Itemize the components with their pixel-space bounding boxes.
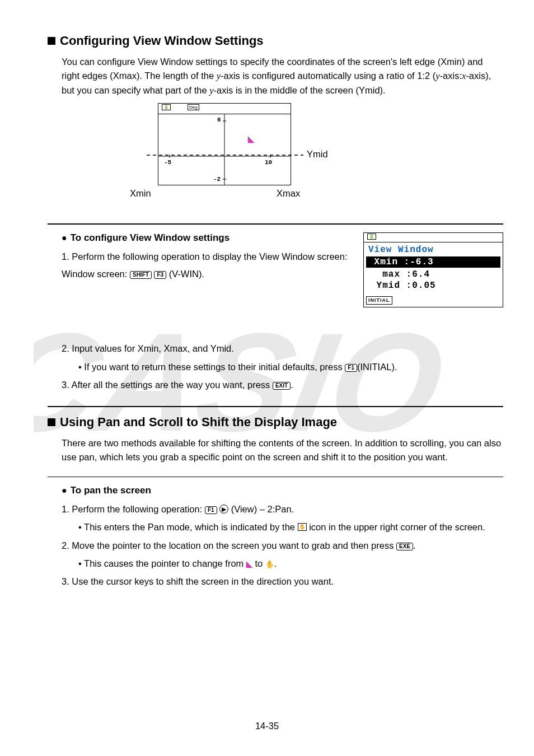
t: (View) – 2:Pan. (231, 504, 294, 514)
pan-mode-icon: ✋ (298, 523, 307, 531)
t: • This causes the pointer to change from (78, 558, 246, 568)
view-window-diagram: 🔋 Deg 6 -5 10 -2 ◣ (130, 103, 421, 209)
vw-max-row: max :6.4 (368, 269, 498, 280)
t: y (217, 71, 221, 81)
pointer-arrow-icon: ◣ (246, 559, 252, 568)
t: 2. Move the pointer to the location on t… (62, 540, 396, 550)
page-number: 14-35 (0, 721, 534, 731)
t: . (274, 558, 277, 568)
t: -axis is in the middle of the screen (Ym… (213, 85, 385, 95)
dot-bullet: ● (62, 233, 67, 242)
battery-icon: 🔋 (367, 234, 376, 240)
divider (48, 223, 503, 225)
t: To configure View Window settings (71, 232, 229, 243)
heading-text: Configuring View Window Settings (60, 34, 264, 48)
t: 1. Perform the following operation: (62, 504, 205, 514)
t: • If you want to return these settings t… (78, 362, 345, 372)
label-xmax: Xmax (277, 188, 300, 199)
t: • This enters the Pan mode, which is ind… (78, 522, 298, 532)
step2-sub: • If you want to return these settings t… (78, 360, 503, 374)
step2: 2. Input values for Xmin, Xmax, and Ymid… (62, 341, 503, 356)
t: -axis: (440, 71, 462, 81)
t: . (291, 380, 293, 390)
exe-key: EXE (396, 543, 413, 550)
t: to (252, 558, 265, 568)
t: -axis is configured automatically using … (221, 71, 435, 81)
pointer-hand-icon: ✋ (265, 560, 274, 568)
shift-key: SHIFT (130, 271, 152, 279)
vw-title: View Window (368, 244, 498, 255)
t: (V-WIN). (169, 269, 204, 279)
t: icon in the upper right corner of the sc… (307, 522, 485, 532)
pan-step2-sub: • This causes the pointer to change from… (78, 556, 503, 571)
t: y (435, 71, 439, 81)
label-xmin: Xmin (130, 188, 151, 199)
exit-key: EXIT (273, 382, 291, 390)
square-bullet (48, 37, 55, 45)
heading-pan-scroll: Using Pan and Scroll to Shift the Displa… (48, 415, 503, 430)
divider (48, 406, 503, 407)
calc-statusbar: 🔋 (364, 233, 503, 242)
dot-bullet: ● (62, 486, 67, 495)
step3: 3. After all the settings are the way yo… (62, 377, 503, 392)
pan-step2: 2. Move the pointer to the location on t… (62, 538, 503, 553)
t: 3. After all the settings are the way yo… (62, 380, 273, 390)
label-ymid: Ymid (307, 149, 328, 160)
f3-key: F3 (154, 271, 166, 279)
t: 1. Perform the following operation to di… (62, 251, 348, 262)
pan-intro: There are two methods available for shif… (62, 436, 503, 464)
pan-step1-sub: • This enters the Pan mode, which is ind… (78, 520, 503, 534)
t: . (413, 540, 416, 550)
intro-paragraph: You can configure View Window settings t… (62, 55, 503, 97)
t: To pan the screen (71, 485, 151, 496)
f1-key: F1 (205, 506, 217, 514)
subheading-pan: ●To pan the screen (62, 485, 503, 496)
heading-view-window: Configuring View Window Settings (48, 34, 503, 48)
square-bullet (48, 418, 55, 426)
t: (INITIAL). (357, 362, 397, 372)
f1-key: F1 (345, 364, 357, 372)
pan-step1: 1. Perform the following operation: F1 ▶… (62, 502, 503, 516)
right-arrow-icon: ▶ (219, 505, 228, 514)
divider (48, 477, 503, 477)
vw-ymid-row: Ymid :0.05 (368, 280, 498, 291)
heading-text: Using Pan and Scroll to Shift the Displa… (60, 415, 337, 430)
pan-step3: 3. Use the cursor keys to shift the scre… (62, 574, 503, 589)
vw-xmin-row: Xmin :-6.3 (366, 256, 500, 268)
initial-softkey: INITIAL (366, 296, 392, 305)
view-window-screen: 🔋 View Window Xmin :-6.3 max :6.4 Ymid :… (363, 232, 503, 307)
